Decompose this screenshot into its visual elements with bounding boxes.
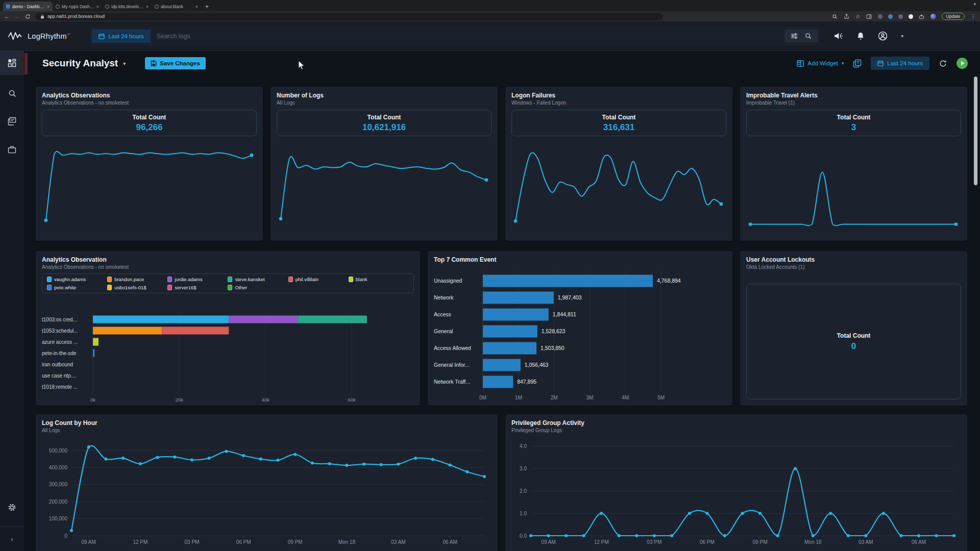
legend-swatch bbox=[167, 285, 172, 290]
zoom-icon[interactable] bbox=[832, 13, 838, 19]
sidebar-item-dashboards[interactable] bbox=[0, 51, 24, 75]
extension-icon[interactable] bbox=[898, 14, 903, 19]
legend-swatch bbox=[107, 277, 112, 282]
nav-time-range-button[interactable]: Last 24 hours bbox=[92, 30, 151, 43]
sidebar-item-reports[interactable] bbox=[0, 109, 24, 133]
bookmark-star-icon[interactable]: ☆ bbox=[855, 14, 861, 19]
widget-log-count-by-hour[interactable]: Log Count by Hour All Logs 0100,000200,0… bbox=[36, 414, 498, 551]
legend-item[interactable]: server16$ bbox=[167, 285, 228, 290]
tab-close-icon[interactable]: × bbox=[96, 4, 99, 9]
widget-privileged-group-activity[interactable]: Privileged Group Activity Privileged Gro… bbox=[505, 414, 967, 551]
side-panel-icon[interactable] bbox=[866, 13, 872, 19]
new-tab-button[interactable]: + bbox=[205, 3, 209, 10]
total-count-panel: Total Count 316,631 bbox=[511, 110, 726, 136]
refresh-icon[interactable] bbox=[939, 59, 947, 68]
user-account-icon[interactable] bbox=[878, 31, 888, 41]
sidebar-item-search[interactable] bbox=[0, 81, 24, 105]
legend-item[interactable]: usbo1sefs-01$ bbox=[107, 285, 167, 290]
stacked-bar-chart: 0k20k40k60kt1003:os cred...t1053:schedul… bbox=[42, 313, 414, 402]
widget-analytics-observations[interactable]: Analytics Observations Analytics Observa… bbox=[36, 87, 263, 241]
svg-text:12 PM: 12 PM bbox=[133, 539, 148, 545]
total-count-panel: Total Count 0 bbox=[746, 284, 961, 399]
widget-analytics-observation-bars[interactable]: Analytics Observation Analytics Observat… bbox=[36, 251, 420, 406]
widget-user-account-lockouts[interactable]: User Account Lockouts Okta Locked Accoun… bbox=[740, 251, 967, 406]
legend-swatch bbox=[47, 277, 52, 282]
reload-icon[interactable] bbox=[24, 13, 31, 19]
brand-trademark: ™ bbox=[67, 33, 70, 36]
svg-text:t1018:remote ...: t1018:remote ... bbox=[42, 384, 78, 390]
browser-toolbar: ← → app.na01.prod.boreas.cloud ☆ Update … bbox=[0, 11, 980, 21]
widget-title: Analytics Observation bbox=[42, 256, 414, 263]
legend-swatch bbox=[349, 277, 353, 282]
widget-subtitle: Improbable Travel (1) bbox=[746, 100, 961, 106]
logrhythm-logo: LogRhythm™ bbox=[8, 31, 70, 41]
copy-dashboard-icon[interactable] bbox=[853, 59, 862, 68]
announcements-megaphone-icon[interactable] bbox=[834, 32, 843, 40]
dashboard-time-range-button[interactable]: Last 24 hours bbox=[871, 57, 929, 70]
page-scrollbar[interactable] bbox=[974, 77, 977, 185]
play-icon bbox=[961, 61, 965, 65]
legend-item[interactable]: Other bbox=[228, 285, 288, 290]
legend-item[interactable]: brandon.pace bbox=[107, 277, 167, 282]
tab-favicon bbox=[6, 5, 10, 9]
browser-tab[interactable]: about:blank× bbox=[152, 2, 201, 11]
browser-menu-icon[interactable]: ⋮ bbox=[970, 14, 976, 19]
briefcase-icon bbox=[8, 145, 16, 154]
widget-number-of-logs[interactable]: Number of Logs All Logs Total Count 10,6… bbox=[271, 87, 498, 241]
widget-logon-failures[interactable]: Logon Failures Windows - Failed Logon To… bbox=[505, 87, 732, 241]
search-input[interactable] bbox=[156, 32, 779, 40]
legend-label: usbo1sefs-01$ bbox=[114, 285, 146, 290]
brand-text: LogRhythm bbox=[28, 32, 67, 40]
browser-tab[interactable]: demo - Dashboards× bbox=[3, 2, 53, 11]
sidebar-item-settings[interactable] bbox=[0, 495, 24, 519]
svg-text:2.0: 2.0 bbox=[520, 488, 527, 494]
total-count-panel: Total Count 10,621,916 bbox=[277, 110, 492, 136]
tab-close-icon[interactable]: × bbox=[146, 4, 149, 9]
share-icon[interactable] bbox=[844, 13, 850, 19]
filter-sliders-icon[interactable] bbox=[791, 33, 798, 39]
browser-tab[interactable]: idp.k8s.development.boreas.c× bbox=[102, 2, 152, 11]
tab-close-icon[interactable]: × bbox=[47, 4, 50, 9]
svg-text:General: General bbox=[434, 328, 453, 334]
dashboard-title[interactable]: Security Analyst ▾ bbox=[42, 58, 126, 69]
back-icon[interactable]: ← bbox=[4, 14, 10, 19]
notifications-bell-icon[interactable] bbox=[856, 32, 865, 40]
add-widget-label: Add Widget bbox=[807, 60, 838, 66]
svg-text:03 PM: 03 PM bbox=[647, 539, 662, 545]
sparkline-chart bbox=[43, 144, 256, 234]
legend-label: server16$ bbox=[175, 285, 196, 290]
total-count-panel: Total Count 96,266 bbox=[42, 110, 257, 136]
tab-list-caret-icon[interactable]: ▾ bbox=[973, 2, 976, 7]
account-caret-icon[interactable]: ▾ bbox=[901, 33, 903, 39]
legend-item[interactable]: phil.villilain bbox=[288, 277, 349, 282]
svg-text:1M: 1M bbox=[515, 395, 522, 400]
extension-icon[interactable] bbox=[888, 14, 893, 19]
svg-text:1,056,463: 1,056,463 bbox=[525, 362, 549, 368]
legend-item[interactable]: steve.kansket bbox=[228, 277, 288, 282]
legend-item[interactable]: blank bbox=[349, 277, 409, 282]
browser-tab[interactable]: My Apps Dashboard | LogRhy× bbox=[53, 2, 102, 11]
save-changes-button[interactable]: Save Changes bbox=[145, 57, 206, 69]
extension-icon[interactable] bbox=[909, 14, 913, 19]
svg-text:General Infor...: General Infor... bbox=[434, 362, 469, 368]
legend-item[interactable]: vaughn.adams bbox=[47, 277, 107, 282]
browser-profile-avatar[interactable] bbox=[930, 14, 936, 19]
legend-item[interactable]: pete.white bbox=[47, 285, 107, 290]
tab-close-icon[interactable]: × bbox=[195, 4, 198, 9]
forward-icon[interactable]: → bbox=[14, 14, 20, 19]
extension-icon[interactable] bbox=[878, 14, 883, 19]
sidebar-collapse-toggle[interactable]: › bbox=[0, 527, 24, 551]
header-accent-bar bbox=[24, 53, 28, 74]
extensions-puzzle-icon[interactable] bbox=[919, 13, 925, 19]
add-widget-button[interactable]: Add Widget ▾ bbox=[797, 60, 844, 67]
address-bar[interactable]: app.na01.prod.boreas.cloud bbox=[35, 13, 663, 20]
search-icon[interactable] bbox=[805, 33, 812, 39]
sidebar-item-cases[interactable] bbox=[0, 137, 24, 161]
widget-improbable-travel-alerts[interactable]: Improbable Travel Alerts Improbable Trav… bbox=[740, 87, 967, 241]
update-button[interactable]: Update bbox=[942, 13, 965, 20]
metric-label: Total Count bbox=[837, 114, 871, 121]
widget-top7-common-event[interactable]: Top 7 Common Event 0M1M2M3M4M5MUnassigne… bbox=[428, 251, 732, 406]
legend-item[interactable]: jordie.adams bbox=[167, 277, 228, 282]
play-button[interactable] bbox=[957, 58, 968, 69]
svg-text:200,000: 200,000 bbox=[49, 499, 68, 505]
